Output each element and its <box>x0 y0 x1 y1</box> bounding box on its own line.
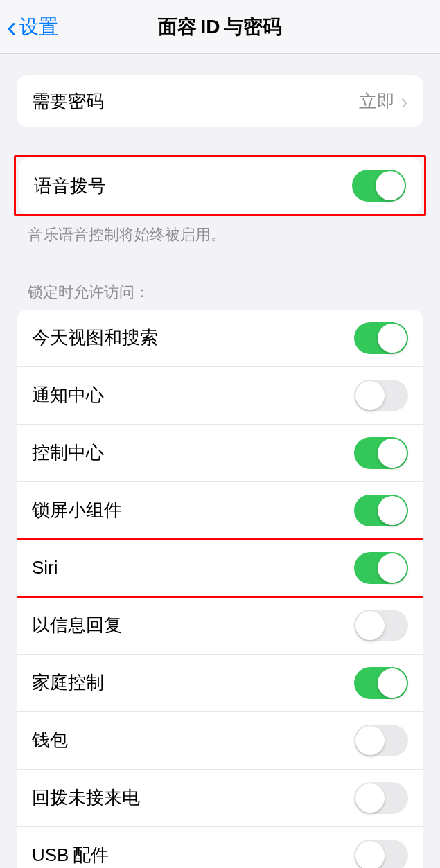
toggle-knob-icon <box>376 171 405 200</box>
toggle-knob-icon <box>355 611 385 640</box>
require-passcode-value-wrap: 立即 › <box>359 89 408 114</box>
lock-access-toggle[interactable] <box>354 495 408 526</box>
lock-access-row: Siri <box>17 540 423 597</box>
chevron-right-icon: › <box>401 89 408 114</box>
lock-access-toggle[interactable] <box>354 725 408 756</box>
lock-access-row: 锁屏小组件 <box>17 482 423 540</box>
lock-access-label: USB 配件 <box>32 843 109 867</box>
lock-access-row: 钱包 <box>17 712 423 770</box>
lock-access-label: 锁屏小组件 <box>32 498 122 522</box>
lock-access-row: 家庭控制 <box>17 655 423 712</box>
toggle-knob-icon <box>378 668 407 698</box>
lock-access-toggle[interactable] <box>354 322 408 354</box>
lock-access-label: Siri <box>32 557 58 578</box>
toggle-knob-icon <box>355 783 385 813</box>
voice-dial-group: 语音拨号 <box>19 157 421 214</box>
chevron-left-icon: ‹ <box>7 12 17 42</box>
back-button[interactable]: ‹ 设置 <box>7 12 58 42</box>
toggle-knob-icon <box>378 553 407 583</box>
toggle-knob-icon <box>355 381 385 410</box>
lock-access-label: 控制中心 <box>32 441 104 465</box>
require-passcode-row[interactable]: 需要密码 立即 › <box>17 75 423 127</box>
lock-access-toggle[interactable] <box>354 552 408 584</box>
lock-access-toggle[interactable] <box>354 840 408 868</box>
lock-access-row: USB 配件 <box>17 827 423 868</box>
lock-access-label: 回拨未接来电 <box>32 786 140 810</box>
lock-access-label: 今天视图和搜索 <box>32 326 158 350</box>
lock-access-group: 今天视图和搜索通知中心控制中心锁屏小组件Siri以信息回复家庭控制钱包回拨未接来… <box>17 310 423 868</box>
lock-access-row: 今天视图和搜索 <box>17 310 423 367</box>
lock-access-row: 以信息回复 <box>17 597 423 655</box>
lock-access-toggle[interactable] <box>354 380 408 411</box>
lock-access-toggle[interactable] <box>354 610 408 641</box>
lock-access-label: 以信息回复 <box>32 613 122 637</box>
lock-access-toggle[interactable] <box>354 667 408 699</box>
voice-dial-row: 语音拨号 <box>19 157 421 214</box>
lock-access-label: 家庭控制 <box>32 671 104 695</box>
toggle-knob-icon <box>378 324 407 353</box>
toggle-knob-icon <box>378 439 407 468</box>
lock-access-toggle[interactable] <box>354 437 408 469</box>
lock-access-row: 回拨未接来电 <box>17 770 423 827</box>
lock-access-row: 通知中心 <box>17 367 423 425</box>
toggle-knob-icon <box>355 841 385 868</box>
lock-access-label: 通知中心 <box>32 383 104 407</box>
lock-access-label: 钱包 <box>32 728 68 752</box>
voice-dial-label: 语音拨号 <box>34 174 106 198</box>
lock-access-toggle[interactable] <box>354 782 408 814</box>
voice-dial-highlight: 语音拨号 <box>14 155 426 216</box>
voice-dial-toggle[interactable] <box>352 170 406 202</box>
lock-access-header: 锁定时允许访问： <box>0 282 440 310</box>
voice-dial-footer: 音乐语音控制将始终被启用。 <box>0 216 440 254</box>
require-passcode-label: 需要密码 <box>32 89 104 114</box>
toggle-knob-icon <box>355 726 385 755</box>
passcode-group: 需要密码 立即 › <box>17 75 423 127</box>
back-label: 设置 <box>19 14 58 40</box>
require-passcode-value: 立即 <box>359 89 395 114</box>
header-bar: ‹ 设置 面容 ID 与密码 <box>0 0 440 54</box>
toggle-knob-icon <box>378 496 407 525</box>
lock-access-row: 控制中心 <box>17 425 423 482</box>
page-title: 面容 ID 与密码 <box>158 14 282 40</box>
